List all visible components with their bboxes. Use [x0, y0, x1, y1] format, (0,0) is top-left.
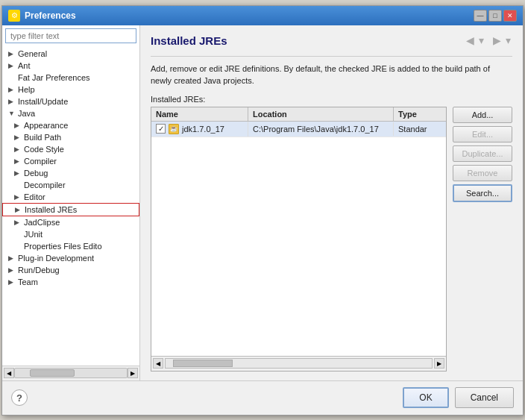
sidebar-item-installed-jres[interactable]: ▶ Installed JREs [2, 203, 139, 216]
navigation-arrows: ◀ ▾ ▶ ▾ [465, 34, 512, 46]
minimize-button[interactable]: — [474, 10, 487, 22]
sidebar-item-label: Decompiler [24, 181, 66, 189]
jre-table: Name Location Type ✓ ☕ jdk1.7.0_17 C:\Pr… [151, 107, 447, 372]
horizontal-scrollbar-track[interactable] [14, 368, 128, 378]
expand-arrow: ▶ [14, 169, 22, 177]
sidebar-item-appearance[interactable]: ▶ Appearance [2, 119, 139, 131]
sidebar: ▶ General ▶ Ant Fat Jar Preferences ▶ He… [2, 25, 140, 380]
sidebar-item-run-debug[interactable]: ▶ Run/Debug [2, 264, 139, 276]
jres-section-label: Installed JREs: [151, 95, 512, 104]
table-scroll-track[interactable] [165, 358, 433, 369]
help-icon: ? [16, 392, 22, 404]
title-buttons: — □ ✕ [474, 10, 517, 22]
back-arrow[interactable]: ◀ [465, 34, 476, 46]
sidebar-item-editor[interactable]: ▶ Editor [2, 191, 139, 203]
jre-type-cell: Standar [394, 122, 446, 136]
ok-button[interactable]: OK [403, 387, 448, 408]
expand-arrow: ▶ [8, 266, 16, 274]
sidebar-item-debug[interactable]: ▶ Debug [2, 167, 139, 179]
remove-button[interactable]: Remove [453, 165, 512, 181]
column-header-location: Location [248, 107, 394, 121]
expand-arrow: ▶ [8, 50, 16, 57]
duplicate-button[interactable]: Duplicate... [453, 145, 512, 162]
sidebar-item-fat-jar[interactable]: Fat Jar Preferences [2, 72, 139, 84]
nav-dropdown[interactable]: ▾ [477, 34, 485, 46]
table-scroll-right[interactable]: ▶ [434, 358, 444, 369]
sidebar-item-label: Run/Debug [18, 266, 60, 275]
table-scroll-thumb[interactable] [173, 360, 233, 367]
close-button[interactable]: ✕ [503, 10, 517, 22]
expand-arrow: ▶ [8, 278, 16, 286]
sidebar-item-jadclipse[interactable]: ▶ JadClipse [2, 216, 139, 228]
header-separator [151, 56, 512, 57]
sidebar-scrollbar[interactable]: ◀ ▶ [2, 366, 139, 380]
expand-arrow: ▶ [8, 254, 16, 262]
table-row[interactable]: ✓ ☕ jdk1.7.0_17 C:\Program Files\Java\jd… [151, 122, 446, 137]
main-header-row: Installed JREs ◀ ▾ ▶ ▾ [151, 34, 512, 53]
forward-arrow[interactable]: ▶ [491, 34, 503, 46]
expand-arrow: ▶ [14, 122, 22, 129]
sidebar-item-label: JUnit [24, 230, 43, 239]
window-title: Preferences [25, 10, 76, 21]
sidebar-item-label: JadClipse [24, 218, 60, 227]
sidebar-item-label: Help [18, 85, 35, 94]
sidebar-item-code-style[interactable]: ▶ Code Style [2, 143, 139, 155]
window-icon: ⚙ [8, 10, 20, 22]
search-input[interactable] [5, 28, 136, 43]
sidebar-item-label: Appearance [24, 121, 68, 130]
expand-arrow: ▶ [14, 193, 22, 201]
title-bar: ⚙ Preferences — □ ✕ [2, 6, 523, 25]
sidebar-item-label: Debug [24, 169, 48, 178]
add-button[interactable]: Add... [453, 107, 512, 123]
sidebar-item-properties-files[interactable]: Properties Files Edito [2, 240, 139, 252]
jre-checkbox[interactable]: ✓ [156, 124, 166, 134]
tree-view: ▶ General ▶ Ant Fat Jar Preferences ▶ He… [2, 46, 139, 366]
cancel-button[interactable]: Cancel [455, 387, 514, 408]
sidebar-item-help[interactable]: ▶ Help [2, 84, 139, 95]
sidebar-item-label: Code Style [24, 145, 64, 154]
expand-arrow [14, 242, 22, 250]
table-scrollbar: ◀ ▶ [151, 356, 446, 371]
sidebar-item-decompiler[interactable]: Decompiler [2, 179, 139, 191]
expand-arrow: ▶ [14, 157, 22, 165]
sidebar-item-ant[interactable]: ▶ Ant [2, 60, 139, 72]
jre-icon: ☕ [169, 124, 179, 134]
sidebar-item-label: Compiler [24, 157, 57, 166]
bottom-bar: ? OK Cancel [2, 380, 523, 415]
sidebar-item-label: Properties Files Edito [24, 242, 102, 251]
sidebar-item-label: Editor [24, 192, 45, 201]
expand-arrow [8, 74, 16, 81]
column-header-name: Name [151, 107, 248, 121]
expand-arrow: ▶ [14, 219, 22, 226]
main-description: Add, remove or edit JRE definitions. By … [151, 63, 512, 87]
horizontal-scrollbar-thumb[interactable] [30, 369, 75, 377]
sidebar-item-compiler[interactable]: ▶ Compiler [2, 155, 139, 167]
search-button[interactable]: Search... [453, 184, 512, 202]
table-scroll-left[interactable]: ◀ [153, 358, 163, 369]
sidebar-item-plugin-dev[interactable]: ▶ Plug-in Development [2, 252, 139, 264]
sidebar-item-label: Plug-in Development [18, 254, 94, 263]
forward-dropdown[interactable]: ▾ [504, 34, 512, 46]
edit-button[interactable]: Edit... [453, 126, 512, 142]
sidebar-item-build-path[interactable]: ▶ Build Path [2, 131, 139, 143]
sidebar-item-team[interactable]: ▶ Team [2, 276, 139, 288]
maximize-button[interactable]: □ [488, 10, 502, 22]
page-title: Installed JREs [151, 34, 227, 47]
side-buttons: Add... Edit... Duplicate... Remove Searc… [453, 107, 512, 372]
preferences-window: ⚙ Preferences — □ ✕ ▶ General ▶ Ant [1, 5, 524, 416]
help-button[interactable]: ? [11, 389, 28, 406]
jre-location-cell: C:\Program Files\Java\jdk1.7.0_17 [248, 122, 394, 136]
sidebar-item-general[interactable]: ▶ General [2, 48, 139, 60]
expand-arrow: ▶ [8, 98, 16, 105]
expand-arrow: ▼ [8, 110, 16, 117]
sidebar-item-label: Installed JREs [25, 205, 77, 214]
table-body: ✓ ☕ jdk1.7.0_17 C:\Program Files\Java\jd… [151, 122, 446, 356]
scroll-left-arrow[interactable]: ◀ [4, 368, 14, 378]
scroll-right-arrow[interactable]: ▶ [128, 368, 138, 378]
sidebar-item-install-update[interactable]: ▶ Install/Update [2, 95, 139, 107]
column-header-type: Type [394, 107, 446, 121]
main-panel: Installed JREs ◀ ▾ ▶ ▾ Add, remove or ed… [140, 25, 523, 380]
jre-name-value: jdk1.7.0_17 [182, 125, 224, 134]
sidebar-item-junit[interactable]: JUnit [2, 228, 139, 240]
sidebar-item-java[interactable]: ▼ Java [2, 107, 139, 119]
